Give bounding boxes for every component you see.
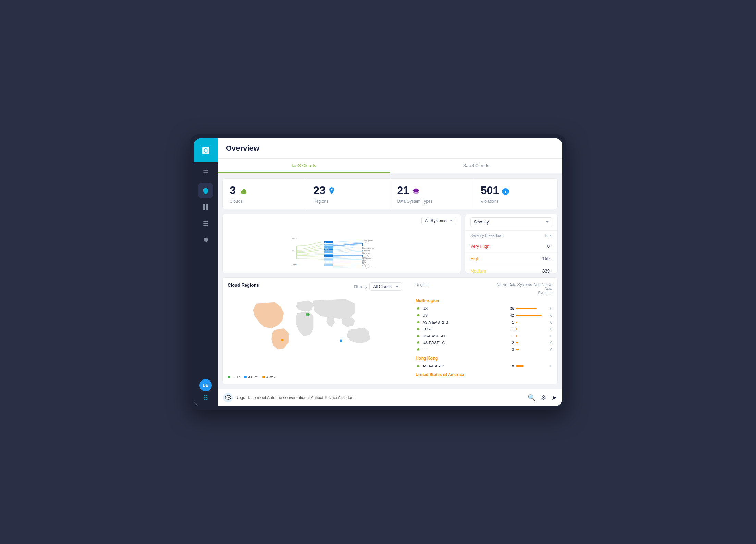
cloud-filter-select[interactable]: All Clouds AWS GCP Azure (369, 282, 402, 291)
search-icon[interactable]: 🔍 (528, 394, 535, 401)
region-non-native: 0 (546, 327, 552, 331)
svg-rect-7 (203, 223, 208, 224)
cloud-icon-small (416, 348, 420, 351)
info-icon: i (502, 185, 509, 198)
region-non-native: 0 (546, 341, 552, 345)
tab-saas[interactable]: SaaS Clouds (390, 159, 562, 173)
map-legend: GCP Azure AWS (228, 375, 402, 379)
svg-point-64 (340, 339, 342, 342)
svg-text:us-west1: us-west1 (325, 244, 328, 245)
bottom-section: Cloud Regions Filter by All Clouds AWS G… (222, 277, 558, 384)
menu-toggle[interactable]: ☰ (198, 162, 213, 180)
region-bar-container (516, 322, 544, 323)
svg-rect-32 (324, 257, 333, 258)
svg-rect-28 (324, 252, 333, 253)
svg-rect-12 (296, 238, 297, 239)
sidebar-item-shield[interactable] (198, 183, 213, 198)
svg-rect-36 (324, 263, 333, 263)
region-count: 42 (504, 313, 514, 317)
svg-text:gcp_storage: gcp_storage (362, 246, 368, 247)
stat-violations: 501 i Violations (474, 179, 557, 209)
clouds-label: Clouds (230, 199, 299, 204)
region-non-native: 0 (546, 364, 552, 368)
data-system-types-label: Data System Types (397, 199, 467, 204)
severity-count-medium: 339 (542, 268, 550, 273)
severity-count-high: 159 (542, 256, 550, 261)
tab-iaas[interactable]: IaaS Clouds (218, 159, 390, 173)
svg-text:i: i (505, 189, 506, 194)
stats-row: 3 Clouds 23 (222, 178, 558, 209)
world-map (228, 294, 402, 372)
severity-label-high: High (470, 256, 479, 261)
box-icon (412, 185, 420, 198)
region-bar-container (516, 315, 544, 316)
region-bar (516, 308, 537, 309)
chevron-right-icon: › (551, 244, 552, 249)
region-non-native: 0 (546, 334, 552, 338)
regions-panel: Regions Native Data Systems Non-Native D… (411, 278, 557, 384)
severity-row-medium[interactable]: Medium 339 › (465, 265, 557, 273)
legend-gcp-label: GCP (232, 375, 240, 379)
region-row: US-EAST1-D 1 0 (416, 333, 552, 339)
regions-header: Regions Native Data Systems Non-Native D… (416, 282, 552, 295)
region-count: 1 (504, 334, 514, 338)
svg-text:GCP: GCP (292, 250, 295, 251)
region-bar-container (516, 308, 544, 309)
region-bar (516, 365, 524, 367)
sankey-filter-select[interactable]: All Systems AWS GCP Azure (421, 217, 456, 225)
svg-text:us: us (325, 242, 326, 243)
regions-label: Regions (313, 199, 383, 204)
svg-text:US-WEST2: US-WEST2 (325, 249, 329, 250)
region-count: 1 (504, 320, 514, 324)
logo[interactable] (194, 138, 218, 162)
svg-text:spanner.googleapis.com: spanner.googleapis.com (362, 267, 374, 269)
filter-by-label: Filter by (354, 285, 367, 289)
region-group-usa: United States of America (416, 372, 552, 377)
severity-label-medium: Medium (470, 268, 486, 273)
sankey-filter-row: All Systems AWS GCP Azure (223, 214, 461, 228)
user-avatar[interactable]: DB (199, 379, 212, 391)
cloud-icon-small (416, 314, 420, 317)
sidebar-bottom: DB ⠿ (199, 376, 212, 406)
svg-rect-37 (324, 264, 333, 264)
footer-icons: 🔍 ⚙ ➤ (528, 394, 557, 401)
pin-icon (328, 185, 335, 198)
sidebar-nav (198, 180, 213, 376)
severity-row-high[interactable]: High 159 › (465, 253, 557, 265)
violations-value: 501 (481, 184, 499, 197)
sidebar-item-list[interactable] (198, 216, 213, 231)
severity-count-very-high: 0 (547, 244, 550, 249)
regions-value: 23 (313, 184, 326, 197)
filter-icon[interactable]: ⚙ (541, 394, 546, 401)
cloud-icon (239, 185, 248, 198)
svg-rect-2 (203, 204, 205, 207)
severity-select[interactable]: Severity Category Type (470, 217, 552, 227)
region-bar (516, 342, 518, 343)
region-count: 1 (504, 327, 514, 331)
sidebar-item-settings[interactable] (198, 232, 213, 247)
region-row: ... 3 0 (416, 346, 552, 353)
app-grid-icon[interactable]: ⠿ (203, 394, 208, 402)
region-count: 3 (504, 348, 514, 352)
svg-text:Google BigQuery: Google BigQuery (364, 255, 371, 257)
region-count: 8 (504, 364, 514, 368)
cloud-icon-small (416, 334, 420, 338)
svg-rect-16 (296, 263, 297, 265)
map-title: Cloud Regions (228, 282, 259, 288)
region-row: ASIA-EAST2-B 1 0 (416, 319, 552, 326)
arrow-right-icon[interactable]: ➤ (552, 394, 557, 401)
svg-rect-14 (296, 246, 297, 259)
svg-text:Amazon DynamoDB: Amazon DynamoDB (364, 240, 373, 241)
severity-row-very-high[interactable]: Very High 0 › (465, 240, 557, 253)
severity-breakdown-header: Severity Breakdown Total (465, 231, 557, 240)
svg-rect-8 (203, 225, 208, 226)
cloud-icon-small (416, 321, 420, 324)
region-bar-container (516, 342, 544, 343)
region-group-multi: Multi-region (416, 298, 552, 303)
footer-message: 💬 Upgrade to meet Auti, the conversation… (223, 393, 356, 402)
sidebar-item-dashboard[interactable] (198, 200, 213, 215)
severity-label-very-high: Very High (470, 244, 489, 249)
region-non-native: 0 (546, 348, 552, 352)
svg-rect-29 (324, 254, 333, 255)
sankey-panel: All Systems AWS GCP Azure AWS (222, 214, 461, 273)
